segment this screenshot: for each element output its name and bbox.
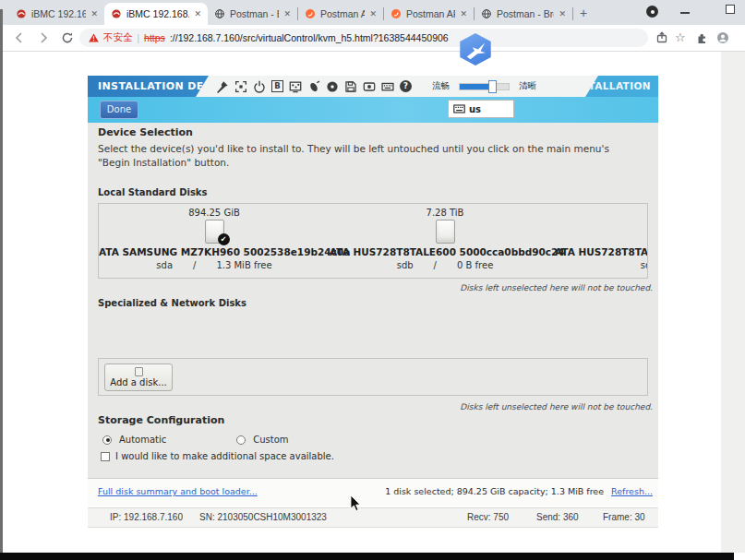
globe-icon <box>214 8 225 19</box>
disk-free: 0 B free <box>457 260 493 270</box>
disk-dev: sda <box>156 260 173 270</box>
close-icon[interactable]: ✕ <box>369 9 377 18</box>
disk-name: ATA HUS728T8TALE600 5000cca0bbd90c24 <box>555 246 648 257</box>
status-ip: IP: 192.168.7.160 <box>110 512 183 522</box>
checkbox-additional-space[interactable] <box>101 452 110 461</box>
disk-icon <box>436 220 455 244</box>
custom-label: Custom <box>253 435 288 445</box>
help-icon[interactable]: ? <box>400 80 412 92</box>
security-warning-icon <box>89 33 99 42</box>
bookmark-star-icon[interactable]: ☆ <box>675 30 686 44</box>
disk-icon <box>135 367 143 376</box>
status-recv: Recv: 750 <box>467 512 509 522</box>
pin-icon[interactable] <box>216 80 229 93</box>
quality-slider-handle[interactable] <box>488 80 497 93</box>
tab-ibmc-2-active[interactable]: iBMC 192.168.7.16 ✕ <box>104 3 208 25</box>
url-field[interactable]: 不安全 | https ://192.168.7.160/src/virtual… <box>79 29 648 47</box>
mouse-icon[interactable] <box>307 80 320 93</box>
forward-icon[interactable] <box>37 31 50 44</box>
refresh-link[interactable]: Refresh... <box>611 486 653 496</box>
ibmc-favicon <box>111 8 122 19</box>
unselected-note: Disks left unselected here will not be t… <box>460 402 653 411</box>
tab-title: Postman API Platfo <box>406 8 455 19</box>
tab-ibmc-1[interactable]: iBMC 192.168.7.16 ✕ <box>9 3 104 25</box>
tab-title: Postman - Browse <box>230 8 279 19</box>
disk-sdb[interactable]: 7.28 TiB ATA HUS728T8TALE600 5000cca0bbd… <box>330 204 560 279</box>
maximize-button[interactable] <box>726 5 735 14</box>
close-icon[interactable]: ✕ <box>559 9 566 18</box>
radio-custom[interactable] <box>236 435 246 445</box>
tab-postman-browse-2[interactable]: Postman - Browse ✕ <box>475 3 572 25</box>
quality-smooth-label: 流畅 <box>432 80 450 92</box>
new-tab-button[interactable]: + <box>573 4 594 24</box>
close-icon[interactable]: ✕ <box>90 9 98 18</box>
share-icon[interactable] <box>655 31 668 44</box>
automatic-label: Automatic <box>119 435 166 445</box>
floppy-icon[interactable] <box>344 80 357 93</box>
tab-title: iBMC 192.168.7.16 <box>31 8 86 19</box>
postman-favicon <box>391 8 402 19</box>
extensions-puzzle-icon[interactable] <box>696 31 709 44</box>
unselected-note: Disks left unselected here will not be t… <box>460 283 653 292</box>
installer-content: Device Selection Select the device(s) yo… <box>88 123 658 478</box>
disk-name: ATA HUS728T8TALE600 5000cca0bbd90c24 <box>330 246 560 257</box>
cdrom-icon[interactable] <box>326 80 339 93</box>
screen-layout-icon[interactable] <box>289 80 302 93</box>
device-selection-title: Device Selection <box>98 126 193 138</box>
back-icon[interactable] <box>13 31 26 44</box>
disk-dev: sdb <box>397 260 414 270</box>
local-disks-title: Local Standard Disks <box>98 187 207 197</box>
disk-sda[interactable]: 894.25 GiB ATA SAMSUNG MZ7KH960 5002538e… <box>99 204 330 279</box>
browser-window: iBMC 192.168.7.16 ✕ iBMC 192.168.7.16 ✕ … <box>0 0 745 560</box>
disk-devline: sdb / 0 B free <box>330 260 560 270</box>
disk-dev: sdc <box>641 260 648 270</box>
soft-keyboard-icon[interactable] <box>381 80 394 93</box>
disk-sep: / <box>193 260 196 270</box>
disk-free: 1.3 MiB free <box>216 260 271 270</box>
tab-title: Postman API Platfo <box>320 8 365 19</box>
kvm-status-bar: IP: 192.168.7.160 SN: 2103050CSH10M30013… <box>88 507 658 528</box>
disk-size: 894.25 GiB <box>99 208 330 218</box>
kvm-viewer: INSTALLATION DESTINATION INSTALLATION B … <box>88 76 658 506</box>
quality-slider[interactable] <box>459 83 510 90</box>
installer-bottom-bar: Full disk summary and boot loader... 1 d… <box>88 478 658 506</box>
radio-automatic[interactable] <box>102 435 112 445</box>
page-scrollbar-track[interactable] <box>721 52 745 553</box>
keyboard-b-icon[interactable]: B <box>271 80 283 92</box>
minimize-button[interactable] <box>680 12 690 14</box>
done-button[interactable]: Done <box>100 101 138 119</box>
tab-title: iBMC 192.168.7.16 <box>126 8 189 19</box>
disk-devline: sdc / <box>555 260 648 270</box>
disk-name: ATA SAMSUNG MZ7KH960 5002538e19b24c0a <box>99 246 330 257</box>
power-icon[interactable] <box>253 80 266 93</box>
tab-postman-api-1[interactable]: Postman API Platfo ✕ <box>298 3 383 25</box>
reload-icon[interactable] <box>61 31 74 44</box>
device-selection-description: Select the device(s) you'd like to insta… <box>98 142 638 169</box>
keyboard-layout-indicator[interactable]: us <box>448 100 514 118</box>
selection-summary: 1 disk selected; 894.25 GiB capacity; 1.… <box>385 486 604 496</box>
close-icon[interactable]: ✕ <box>283 9 291 18</box>
tab-title: Postman - Browse <box>497 8 554 19</box>
browser-update-icon[interactable] <box>646 6 658 18</box>
partitioning-options: Automatic Custom <box>102 435 289 445</box>
postman-favicon <box>305 8 316 19</box>
additional-space-row: I would like to make additional space av… <box>101 451 334 461</box>
globe-icon <box>481 8 492 19</box>
url-divider: | <box>138 33 140 43</box>
add-disk-button[interactable]: Add a disk... <box>104 363 173 391</box>
fullscreen-icon[interactable] <box>234 80 247 93</box>
kvm-toolbar: B ? 流畅 清晰 <box>196 76 598 97</box>
disk-icon <box>205 220 224 244</box>
tab-postman-browse-1[interactable]: Postman - Browse ✕ <box>208 3 297 25</box>
selected-check-icon <box>218 233 230 245</box>
disk-sdc[interactable]: 7.28 TiB ATA HUS728T8TALE600 5000cca0bbd… <box>555 204 648 279</box>
close-icon[interactable]: ✕ <box>460 9 467 18</box>
profile-avatar-icon[interactable] <box>716 31 729 44</box>
window-left-border <box>0 9 3 553</box>
full-disk-summary-link[interactable]: Full disk summary and boot loader... <box>98 486 258 496</box>
close-icon[interactable]: ✕ <box>194 9 201 18</box>
add-disk-label: Add a disk... <box>105 376 172 388</box>
record-icon[interactable] <box>363 80 376 93</box>
url-text: ://192.168.7.160/src/virtualControl/kvm_… <box>170 32 449 43</box>
tab-postman-api-2[interactable]: Postman API Platfo ✕ <box>384 3 474 25</box>
